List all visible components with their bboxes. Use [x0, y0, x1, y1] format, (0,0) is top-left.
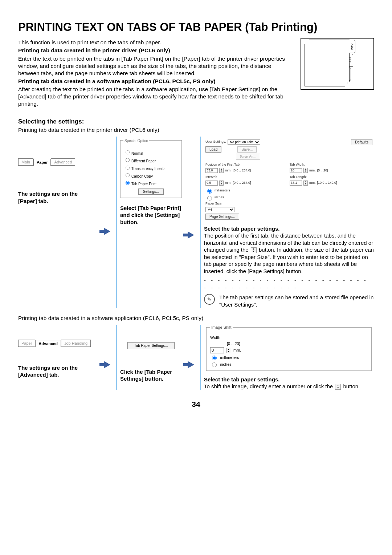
arrow-right-icon — [188, 361, 194, 368]
special-option-panel: Special Option Normal Different Paper Tr… — [120, 140, 182, 198]
pos-first-tab-input[interactable]: 33.0 — [205, 168, 218, 173]
tab-main[interactable]: Main — [18, 158, 33, 166]
user-settings-select[interactable]: No print on Tabs — [228, 139, 260, 145]
unit-in-radio[interactable]: inches — [205, 195, 372, 200]
flow-a-col3-caption-title: Select the tab paper settings. — [204, 225, 374, 232]
length-unit: mm. — [309, 181, 316, 185]
unit-mm-radio-b[interactable]: millimeters — [210, 355, 368, 360]
flow-a-subtitle: Printing tab data created in the printer… — [18, 126, 374, 134]
driver-tabs-screenshot: Main Paper Advanced — [18, 158, 98, 166]
width-range: [5 .. 20] — [317, 169, 328, 173]
interval-range: [0.0 .. 254.0] — [233, 181, 251, 185]
defaults-button[interactable]: Defaults — [351, 139, 372, 145]
radio-different-paper[interactable]: Different Paper — [123, 157, 179, 163]
image-shift-legend: Image Shift — [210, 325, 233, 330]
paper-size-label: Paper Size: — [205, 202, 372, 206]
radio-tab-paper-label: Tab Paper Print — [131, 182, 156, 186]
tab-advanced[interactable]: Advanced — [51, 158, 75, 166]
flow-b: Paper Advanced Job Handling The settings… — [18, 325, 374, 390]
flow-a-col2-caption: Select [Tab Paper Print] and click the [… — [120, 204, 182, 226]
radio-different-paper-label: Different Paper — [131, 159, 156, 163]
radio-transparency-inserts[interactable]: Transparency Inserts — [123, 164, 179, 171]
section-heading: Selecting the settings: — [18, 118, 374, 126]
radio-carbon-copy[interactable]: Carbon Copy — [123, 172, 179, 179]
spinner-icon[interactable]: ▲▼ — [219, 181, 224, 186]
width-label-b: Width: — [210, 335, 368, 340]
special-option-legend: Special Option — [123, 139, 149, 143]
flow-b-col1-caption: The settings are on the [Advanced] tab. — [18, 364, 98, 378]
flow-b-col3-caption-text2: button. — [343, 383, 360, 389]
flow-a-col3-note: The tab paper settings can be stored and… — [219, 294, 374, 308]
divider: - - - - - - - - - - - - - - - - - - - - … — [204, 277, 374, 291]
page-settings-button[interactable]: Page Settings... — [205, 214, 239, 220]
tab-width-input[interactable]: 20 — [290, 168, 302, 173]
tab-width-label: Tab Width: — [290, 163, 372, 167]
tab-paper[interactable]: Paper — [33, 159, 51, 166]
user-settings-label: User Settings: — [205, 140, 226, 144]
spinner-icon[interactable]: ▲▼ — [303, 181, 308, 186]
spinner-icon[interactable]: ▲▼ — [303, 168, 308, 173]
settings-button[interactable]: Settings... — [138, 189, 164, 195]
interval-unit: mm. — [225, 181, 232, 185]
arrow-right-icon — [104, 361, 110, 368]
radio-normal-label: Normal — [131, 151, 143, 155]
flow-b-subtitle: Printing tab data created in a software … — [18, 315, 374, 322]
intro-para-2: After creating the text to be printed on… — [18, 86, 286, 108]
width-range-b: [0 .. 20] — [227, 341, 240, 346]
page-title: PRINTING TEXT ON TABS OF TAB PAPER (Tab … — [18, 20, 374, 35]
radio-normal[interactable]: Normal — [123, 149, 179, 156]
driver-tabs-screenshot-b: Paper Advanced Job Handling — [18, 340, 98, 347]
unit-in-label-b: inches — [220, 362, 232, 367]
save-button[interactable]: Save... — [237, 146, 257, 153]
radio-transparency-label: Transparency Inserts — [131, 167, 166, 171]
image-shift-panel: Image Shift Width: [0 .. 20] 0 ▲▼ mm. mi… — [204, 325, 374, 373]
tab-paper-settings-dialog: User Settings: No print on Tabs Defaults… — [204, 137, 374, 222]
tab-length-label: Tab Length: — [290, 175, 372, 179]
unit-in-label: inches — [215, 195, 224, 200]
tab-paper-illustration: GHI DEF ABC — [301, 38, 374, 90]
paper-size-select[interactable]: A4 — [205, 207, 234, 212]
arrow-right-icon — [104, 228, 110, 235]
tab-job-handling[interactable]: Job Handling — [61, 340, 91, 347]
tab-paper-settings-button[interactable]: Tab Paper Settings... — [127, 342, 175, 349]
interval-input[interactable]: 9.5 — [205, 181, 218, 186]
tab-length-input[interactable]: 38.1 — [290, 181, 302, 186]
flow-b-col2-caption: Click the [Tab Paper Settings] button. — [120, 368, 182, 382]
tab-advanced-b[interactable]: Advanced — [35, 340, 61, 347]
unit-mm-label-b: millimeters — [220, 355, 239, 360]
spinner-icon: ▲▼ — [251, 247, 257, 253]
arrow-right-icon — [188, 231, 194, 239]
pos-range: [0.0 .. 254.0] — [233, 169, 251, 173]
load-button[interactable]: Load — [205, 146, 221, 153]
flow-a: Main Paper Advanced The settings are on … — [18, 137, 374, 308]
width-unit: mm. — [309, 169, 316, 173]
page-number: 34 — [18, 399, 374, 409]
radio-tab-paper-print[interactable]: Tab Paper Print — [123, 179, 179, 186]
spinner-icon[interactable]: ▲▼ — [219, 168, 224, 173]
intro-heading-2: Printing tab data created in a software … — [18, 78, 286, 85]
spinner-icon: ▲▼ — [335, 384, 341, 390]
width-unit-b: mm. — [233, 348, 241, 353]
unit-mm-radio[interactable]: millimeters — [205, 188, 372, 194]
length-range: [10.0 .. 149.0] — [317, 181, 337, 185]
intro-para-1: Enter the text to be printed on the tabs… — [18, 55, 286, 77]
radio-carbon-label: Carbon Copy — [131, 174, 153, 178]
note-pencil-icon: ✎ — [203, 293, 216, 306]
unit-in-radio-b[interactable]: inches — [210, 361, 368, 367]
intro-heading-1: Printing tab data created in the printer… — [18, 47, 286, 54]
spinner-icon[interactable]: ▲▼ — [226, 348, 231, 353]
intro-line: This function is used to print text on t… — [18, 39, 286, 46]
illus-tab-abc: ABC — [349, 40, 355, 53]
tab-paper-b[interactable]: Paper — [18, 340, 35, 347]
pos-first-tab-label: Position of the First Tab: — [205, 163, 288, 167]
unit-mm-label: millimeters — [215, 189, 230, 193]
flow-a-col1-caption: The settings are on the [Paper] tab. — [18, 190, 98, 204]
flow-b-col3-caption-title: Select the tab paper settings. — [204, 376, 374, 383]
flow-b-col3-caption-text1: To shift the image, directly enter a num… — [204, 383, 334, 389]
interval-label: Interval: — [205, 175, 288, 179]
pos-unit: mm. — [225, 169, 232, 173]
width-input-b[interactable]: 0 — [210, 347, 224, 353]
save-as-button[interactable]: Save As... — [236, 154, 260, 160]
